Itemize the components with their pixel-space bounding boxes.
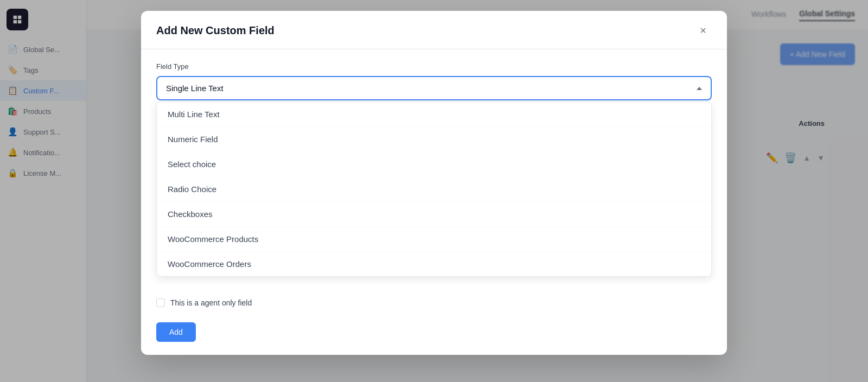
option-select-choice[interactable]: Select choice <box>157 152 711 177</box>
agent-only-checkbox-row: This is a agent only field <box>141 290 727 311</box>
modal-body: Field Type Single Line Text Multi Line T… <box>141 49 727 290</box>
field-type-select-wrapper: Single Line Text Multi Line Text Numeric… <box>156 76 712 277</box>
agent-only-label: This is a agent only field <box>170 298 252 307</box>
dropdown-list: Multi Line Text Numeric Field Select cho… <box>156 101 712 277</box>
add-custom-field-modal: Add New Custom Field × Field Type Single… <box>141 11 727 355</box>
modal-footer: Add <box>141 311 727 355</box>
option-checkboxes[interactable]: Checkboxes <box>157 202 711 227</box>
modal-close-button[interactable]: × <box>694 22 712 39</box>
field-type-label: Field Type <box>156 62 712 71</box>
option-numeric-field[interactable]: Numeric Field <box>157 127 711 152</box>
option-woocommerce-products[interactable]: WooCommerce Products <box>157 227 711 252</box>
agent-only-checkbox[interactable] <box>156 298 165 307</box>
option-woocommerce-orders[interactable]: WooCommerce Orders <box>157 252 711 276</box>
selected-value: Single Line Text <box>166 84 224 93</box>
option-radio-choice[interactable]: Radio Choice <box>157 177 711 202</box>
modal-overlay: Add New Custom Field × Field Type Single… <box>0 0 868 382</box>
modal-title: Add New Custom Field <box>156 24 275 37</box>
chevron-up-icon <box>697 87 702 90</box>
add-button[interactable]: Add <box>156 322 196 342</box>
option-multi-line-text[interactable]: Multi Line Text <box>157 102 711 127</box>
field-type-select[interactable]: Single Line Text <box>156 76 712 100</box>
modal-header: Add New Custom Field × <box>141 11 727 49</box>
